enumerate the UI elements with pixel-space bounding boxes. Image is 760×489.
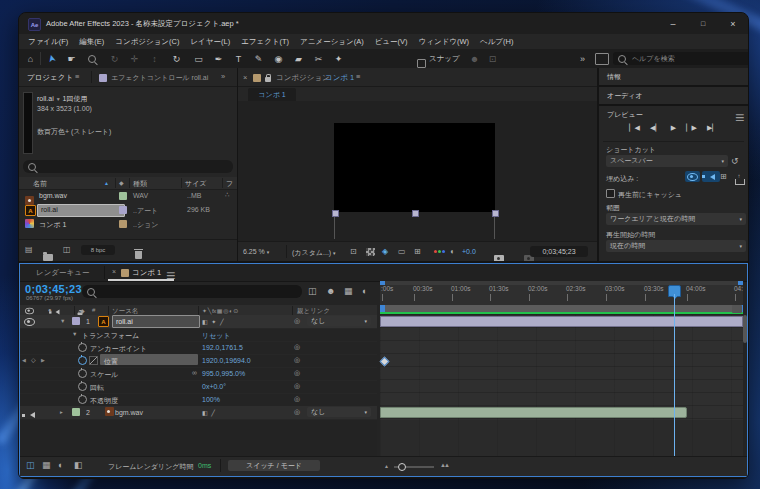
selection-handle[interactable]: [412, 210, 419, 217]
previous-keyframe-icon[interactable]: ◀: [22, 357, 26, 363]
hand-tool-icon[interactable]: ☛: [64, 51, 79, 66]
layer-row-roll[interactable]: ▼ 1 A roll.ai ◧ ✦ ╱ ◎ なし▾: [20, 315, 377, 329]
region-of-interest-icon[interactable]: ▭: [398, 247, 406, 256]
info-panel-header[interactable]: 情報: [599, 68, 748, 85]
menu-edit[interactable]: 編集(E): [79, 37, 104, 47]
position-row[interactable]: ◀ ◇ ▶ 位置 1920.0,19694.0 ◎: [20, 354, 377, 368]
toggle-switches-icon[interactable]: ◫: [26, 460, 35, 470]
cache-to-disk-icon[interactable]: [735, 179, 745, 185]
layer-bar-roll[interactable]: [380, 316, 743, 327]
new-composition-icon[interactable]: ◫: [63, 245, 71, 254]
panel-overflow-icon[interactable]: »: [221, 72, 225, 81]
pan-camera-tool-icon[interactable]: ✛: [127, 51, 142, 66]
transparency-grid-icon[interactable]: [366, 248, 375, 256]
frame-blending-icon[interactable]: ▦: [344, 286, 353, 296]
anchor-point-row[interactable]: アンカーポイント 192.0,1761.5 ◎: [20, 341, 377, 355]
item-name[interactable]: コンポ 1: [39, 220, 66, 230]
column-type[interactable]: 種類: [133, 179, 147, 189]
shape-tool-icon[interactable]: ▭: [191, 51, 206, 66]
close-tab-icon[interactable]: ×: [243, 73, 247, 82]
rotation-tool-icon[interactable]: ↻: [169, 51, 184, 66]
clone-stamp-tool-icon[interactable]: ◉: [271, 51, 286, 66]
selection-tool-icon[interactable]: ➤: [42, 49, 60, 67]
composition-viewer[interactable]: [238, 101, 597, 241]
next-frame-icon[interactable]: ▏▶: [686, 124, 697, 138]
property-pick-whip-icon[interactable]: ◎: [294, 382, 300, 390]
layer-name-box[interactable]: roll.ai: [112, 315, 200, 328]
menu-animation[interactable]: アニメーション(A): [300, 37, 364, 47]
property-name[interactable]: スケール: [90, 370, 119, 380]
column-size[interactable]: サイズ: [185, 179, 207, 189]
selection-handle[interactable]: [332, 210, 339, 217]
label-color-swatch[interactable]: [119, 220, 127, 228]
layer-switches[interactable]: ◧ ✦ ╱: [202, 318, 225, 325]
toggle-blur-icon[interactable]: ◐: [58, 460, 63, 470]
property-pick-whip-icon[interactable]: ◎: [294, 369, 300, 377]
viewer-tab-comp-1[interactable]: コンポ 1: [248, 88, 296, 101]
layer-switches[interactable]: ◧ ╱: [202, 409, 216, 416]
property-name[interactable]: 回転: [90, 383, 104, 393]
project-row-comp[interactable]: コンポ 1 ..ション: [19, 217, 237, 231]
layer-label-swatch[interactable]: [72, 317, 80, 325]
column-path[interactable]: フ: [226, 179, 233, 189]
video-column-eye-icon[interactable]: [25, 308, 34, 314]
shy-layers-icon[interactable]: ☻: [326, 286, 335, 296]
view-overlay-icon[interactable]: ⊡: [485, 51, 500, 66]
exposure-value[interactable]: +0.0: [462, 248, 476, 255]
timeline-zoom-slider-knob[interactable]: [398, 463, 406, 471]
number-column[interactable]: #: [92, 307, 95, 313]
layer-name[interactable]: bgm.wav: [115, 409, 143, 416]
include-video-icon[interactable]: [685, 171, 700, 182]
property-pick-whip-icon[interactable]: ◎: [294, 395, 300, 403]
scale-row[interactable]: スケール ∞ 995.0,995.0% ◎: [20, 367, 377, 381]
help-search-input[interactable]: [630, 54, 746, 63]
brush-tool-icon[interactable]: ✎: [251, 51, 266, 66]
include-overlays-icon[interactable]: ⊞: [720, 172, 727, 181]
type-tool-icon[interactable]: T: [231, 51, 246, 66]
tab-info[interactable]: 情報: [607, 72, 621, 82]
home-icon[interactable]: ⌂: [23, 51, 38, 66]
property-value[interactable]: 0x+0.0°: [202, 383, 226, 390]
sort-ascending-icon[interactable]: ▲: [104, 180, 109, 186]
snapshot-icon[interactable]: [494, 255, 504, 261]
help-search-box[interactable]: [613, 52, 749, 65]
twirl-open-icon[interactable]: ▼: [60, 318, 65, 324]
range-dropdown[interactable]: ワークエリアと現在の時間▾: [606, 213, 746, 225]
menu-help[interactable]: ヘルプ(H): [480, 37, 513, 47]
mask-visibility-icon[interactable]: ◈: [382, 247, 388, 256]
pen-tool-icon[interactable]: ✒: [211, 51, 226, 66]
mask-people-icon[interactable]: ☻: [467, 51, 482, 66]
cache-before-playback-checkbox[interactable]: [606, 189, 615, 198]
maximize-button[interactable]: □: [688, 13, 718, 34]
project-bit-depth-button[interactable]: 8 bpc: [81, 245, 115, 255]
column-name[interactable]: 名前: [33, 179, 47, 189]
delete-icon[interactable]: [135, 251, 142, 259]
label-color-swatch[interactable]: [119, 206, 127, 214]
next-keyframe-icon[interactable]: ▶: [41, 357, 45, 363]
transform-reset-link[interactable]: リセット: [202, 331, 231, 341]
composition-preview[interactable]: [334, 123, 495, 212]
item-name[interactable]: bgm.wav: [39, 192, 67, 199]
lock-icon[interactable]: [265, 77, 271, 82]
layer-visibility-eye-icon[interactable]: [24, 318, 35, 326]
resolution-dropdown[interactable]: (カスタム...) ▾: [292, 248, 336, 258]
graph-toggle-icon[interactable]: [89, 356, 98, 365]
project-search-box[interactable]: [23, 160, 233, 173]
viewer-timecode[interactable]: 0;03;45;23: [530, 246, 588, 257]
column-label-icon[interactable]: ◆: [119, 179, 124, 186]
property-name[interactable]: 不透明度: [90, 396, 118, 406]
menu-effect[interactable]: エフェクト(T): [241, 37, 289, 47]
parent-pick-whip-icon[interactable]: ◎: [294, 317, 300, 325]
transform-group-row[interactable]: ▼ トランスフォーム リセット: [20, 328, 377, 342]
menu-file[interactable]: ファイル(F): [28, 37, 68, 47]
composition-mini-flowchart-icon[interactable]: ◫: [308, 286, 317, 296]
tab-project[interactable]: プロジェクト: [27, 73, 73, 83]
tab-render-queue[interactable]: レンダーキュー: [36, 268, 89, 278]
layer-row-bgm[interactable]: ▸ 2 bgm.wav ◧ ╱ ◎ なし▾: [20, 406, 377, 420]
work-area-bar[interactable]: [380, 305, 743, 312]
property-pick-whip-icon[interactable]: ◎: [294, 343, 300, 351]
new-folder-icon[interactable]: [43, 254, 53, 261]
current-timecode[interactable]: 0;03;45;23: [25, 283, 82, 295]
playhead-line[interactable]: [674, 294, 675, 470]
play-icon[interactable]: ▶: [671, 124, 676, 138]
